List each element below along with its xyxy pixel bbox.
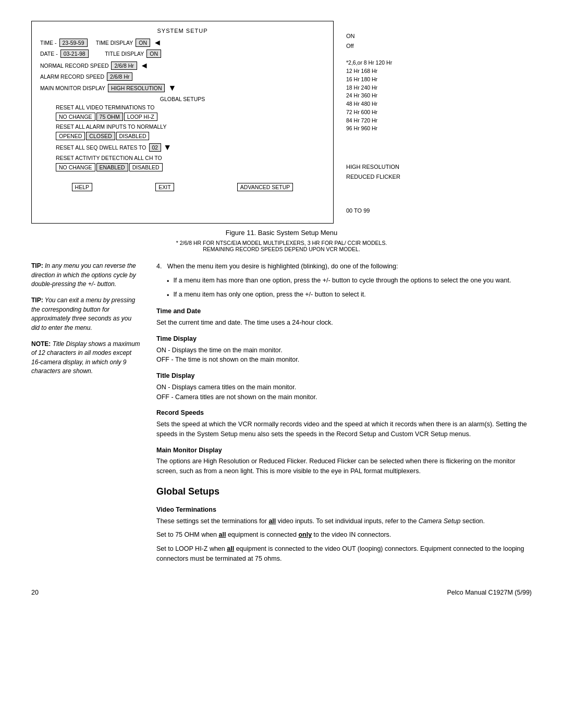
- bullet-item-2: • If a menu item has only one option, pr…: [156, 290, 532, 301]
- video-btn3: LOOP HI-Z: [124, 113, 157, 121]
- reset-alarm-label-row: RESET ALL ALARM INPUTS TO NORMALLY: [56, 124, 325, 130]
- footnote-line-2: REMAINING RECORD SPEEDS DEPEND UPON VCR …: [31, 246, 532, 252]
- reset-activity-label-row: RESET ACTIVITY DETECTION ALL CH TO: [56, 155, 325, 161]
- annot-speed-0: *2,6,or 8 Hr 120 Hr: [346, 59, 400, 67]
- annot-speed-6: 72 Hr 600 Hr: [346, 108, 400, 117]
- annot-monitor: HIGH RESOLUTION REDUCED FLICKER: [346, 162, 400, 181]
- tip1-bold: TIP:: [31, 262, 43, 269]
- time-row: TIME - 23-59-59 TIME DISPLAY ON ◄: [40, 38, 325, 47]
- tip2-paragraph: TIP: You can exit a menu by pressing the…: [31, 296, 141, 332]
- tip2-text: You can exit a menu by pressing the corr…: [31, 297, 135, 331]
- activity-buttons-row: NO CHANGE ENABLED DISABLED: [56, 163, 325, 171]
- section-title-display: Title Display: [156, 371, 532, 381]
- tip1-paragraph: TIP: In any menu you can reverse the dir…: [31, 262, 141, 289]
- date-row: DATE - 03-21-98 TITLE DISPLAY ON: [40, 50, 325, 58]
- diagram-annotations: ON Off *2,6,or 8 Hr 120 Hr 12 Hr 168 Hr …: [334, 21, 400, 224]
- content-area: TIP: In any menu you can reverse the dir…: [31, 262, 532, 568]
- time-date-text: Set the current time and date. The time …: [156, 318, 532, 328]
- annot-seq: 00 TO 99: [346, 206, 400, 216]
- intro-text: 4. When the menu item you desire is high…: [156, 262, 532, 272]
- main-monitor-row: MAIN MONITOR DISPLAY HIGH RESOLUTION ▼: [40, 83, 325, 93]
- time-display-label: TIME DISPLAY: [96, 40, 133, 46]
- reset-video-label-row: RESET ALL VIDEO TERMINATIONS TO: [56, 104, 325, 110]
- annot-speed-8: 96 Hr 960 Hr: [346, 125, 400, 133]
- video-btn2: 75 OHM: [96, 113, 123, 121]
- section-time-date: Time and Date: [156, 306, 532, 316]
- note-bold: NOTE:: [31, 340, 51, 348]
- tip1-text: In any menu you can reverse the directio…: [31, 262, 136, 288]
- help-button[interactable]: HELP: [72, 183, 92, 191]
- tip2-bold: TIP:: [31, 297, 43, 304]
- time-display-text: ON - Displays the time on the main monit…: [156, 346, 532, 365]
- annot-reduced-flicker: REDUCED FLICKER: [346, 172, 400, 182]
- footnote-line-1: * 2/6/8 HR FOR NTSC/EIA MODEL MULTIPLEXE…: [31, 240, 532, 246]
- bullet-dot-1: •: [167, 277, 169, 287]
- activity-btn1: NO CHANGE: [56, 163, 95, 171]
- bullet-item-1: • If a menu item has more than one optio…: [156, 276, 532, 287]
- annot-speed-2: 16 Hr 180 Hr: [346, 76, 400, 84]
- annot-speed-1: 12 Hr 168 Hr: [346, 67, 400, 76]
- normal-record-row: NORMAL RECORD SPEED 2/6/8 Hr ◄: [40, 61, 325, 70]
- section-record-speeds: Record Speeds: [156, 408, 532, 418]
- advanced-setup-button[interactable]: ADVANCED SETUP: [237, 183, 293, 191]
- annot-on: ON: [346, 31, 400, 41]
- annot-high-res: HIGH RESOLUTION: [346, 162, 400, 172]
- activity-btn3: DISABLED: [129, 163, 163, 171]
- page-footer: 20 Pelco Manual C1927M (5/99): [31, 584, 532, 596]
- record-speeds-text: Sets the speed at which the VCR normally…: [156, 419, 532, 439]
- annot-speed-3: 18 Hr 240 Hr: [346, 84, 400, 92]
- alarm-record-row: ALARM RECORD SPEED 2/6/8 Hr: [40, 72, 325, 81]
- reset-seq-value: 02: [149, 143, 162, 152]
- bottom-buttons-row: HELP EXIT ADVANCED SETUP: [40, 178, 325, 191]
- right-column: 4. When the menu item you desire is high…: [156, 262, 532, 568]
- reset-seq-label: RESET ALL SEQ DWELL RATES TO: [56, 144, 146, 151]
- video-buttons-row: NO CHANGE 75 OHM LOOP HI-Z: [56, 113, 325, 121]
- video-btn1: NO CHANGE: [56, 113, 95, 121]
- section-main-monitor: Main Monitor Display: [156, 446, 532, 455]
- time-value: 23-59-59: [59, 39, 88, 47]
- time-label: TIME -: [40, 40, 57, 46]
- alarm-btn2: CLOSED: [86, 132, 115, 140]
- left-column: TIP: In any menu you can reverse the dir…: [31, 262, 141, 568]
- global-setups-heading: Global Setups: [156, 485, 532, 499]
- title-display-value: ON: [146, 50, 161, 58]
- figure-caption: Figure 11. Basic System Setup Menu: [31, 229, 532, 237]
- bullet-text-2: If a menu item has only one option, pres…: [173, 290, 365, 301]
- system-setup-box: SYSTEM SETUP TIME - 23-59-59 TIME DISPLA…: [31, 21, 334, 224]
- normal-record-label: NORMAL RECORD SPEED: [40, 63, 108, 69]
- annot-speed-5: 48 Hr 480 Hr: [346, 100, 400, 108]
- manual-reference: Pelco Manual C1927M (5/99): [447, 589, 532, 596]
- diagram-title: SYSTEM SETUP: [40, 28, 325, 34]
- main-monitor-value: HIGH RESOLUTION: [108, 84, 165, 92]
- footnote: * 2/6/8 HR FOR NTSC/EIA MODEL MULTIPLEXE…: [31, 240, 532, 252]
- reset-activity-label: RESET ACTIVITY DETECTION ALL CH TO: [56, 155, 162, 161]
- section-time-display: Time Display: [156, 334, 532, 344]
- bullet-dot-2: •: [167, 291, 169, 301]
- annot-speeds: *2,6,or 8 Hr 120 Hr 12 Hr 168 Hr 16 Hr 1…: [346, 59, 400, 133]
- section-video-term: Video Terminations: [156, 505, 532, 515]
- page-number: 20: [31, 589, 39, 596]
- date-label: DATE -: [40, 51, 58, 57]
- exit-button[interactable]: EXIT: [155, 183, 174, 191]
- alarm-record-value: 2/6/8 Hr: [107, 72, 132, 81]
- annot-speed-4: 24 Hr 360 Hr: [346, 92, 400, 100]
- title-display-text: ON - Displays camera titles on the main …: [156, 382, 532, 402]
- date-value: 03-21-98: [60, 50, 89, 58]
- annot-on-off: ON Off: [346, 31, 400, 51]
- alarm-btn1: OPENED: [56, 132, 85, 140]
- annot-00-99: 00 TO 99: [346, 206, 400, 216]
- title-display-label: TITLE DISPLAY: [105, 51, 144, 57]
- reset-alarm-label: RESET ALL ALARM INPUTS TO NORMALLY: [56, 124, 166, 130]
- normal-record-value: 2/6/8 Hr: [111, 61, 137, 70]
- reset-video-label: RESET ALL VIDEO TERMINATIONS TO: [56, 104, 154, 110]
- alarm-record-label: ALARM RECORD SPEED: [40, 73, 104, 80]
- annot-speed-7: 84 Hr 720 Hr: [346, 117, 400, 125]
- alarm-buttons-row: OPENED CLOSED DISABLED: [56, 132, 325, 140]
- time-display-value: ON: [136, 39, 150, 47]
- note-paragraph: NOTE: Title Display shows a maximum of 1…: [31, 340, 141, 376]
- main-monitor-label: MAIN MONITOR DISPLAY: [40, 85, 105, 91]
- annot-off: Off: [346, 41, 400, 51]
- video-loop-text: Set to LOOP HI-Z when all equipment is c…: [156, 544, 532, 564]
- bullet-text-1: If a menu item has more than one option,…: [173, 276, 511, 287]
- alarm-btn3: DISABLED: [116, 132, 150, 140]
